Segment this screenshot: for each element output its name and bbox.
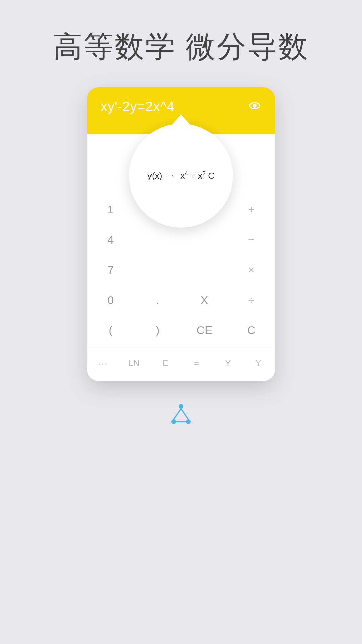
svg-line-7 xyxy=(181,409,188,419)
key-ce[interactable]: CE xyxy=(181,317,228,343)
key-x[interactable]: X xyxy=(181,286,228,313)
result-tooltip: y(x) → x4 + x2 C xyxy=(129,124,233,228)
key-plus[interactable]: + xyxy=(228,196,275,223)
svg-point-3 xyxy=(179,404,183,409)
key-9[interactable] xyxy=(181,256,228,283)
func-row: ··· LN E = Y Y' xyxy=(87,348,275,378)
key-open-paren[interactable]: ( xyxy=(87,317,134,343)
key-y[interactable]: Y xyxy=(212,350,243,377)
expression-display: xy'-2y=2x^4 xyxy=(101,99,261,114)
key-close-paren[interactable]: ) xyxy=(134,317,181,343)
key-c[interactable]: C xyxy=(228,317,275,343)
key-6[interactable] xyxy=(181,226,228,253)
tooltip-result-text: y(x) → x4 + x2 C xyxy=(147,169,215,182)
key-minus[interactable]: − xyxy=(228,226,275,253)
svg-line-6 xyxy=(174,409,181,419)
key-divide[interactable]: ÷ xyxy=(228,286,275,313)
key-row-4: 0 . X ÷ xyxy=(87,285,275,315)
page-title: 高等数学 微分导数 xyxy=(53,27,309,67)
key-0[interactable]: 0 xyxy=(87,286,134,313)
key-row-5: ( ) CE C xyxy=(87,315,275,345)
key-1[interactable]: 1 xyxy=(87,196,134,223)
key-equals[interactable]: = xyxy=(181,350,212,377)
key-7[interactable]: 7 xyxy=(87,256,134,283)
display-area: xy'-2y=2x^4 y(x) → x4 + x2 C xyxy=(87,87,275,134)
bottom-icon-area xyxy=(168,401,194,430)
key-e[interactable]: E xyxy=(150,350,181,377)
tree-network-icon xyxy=(168,401,194,430)
key-dot[interactable]: . xyxy=(134,286,181,313)
key-ln[interactable]: LN xyxy=(118,350,149,377)
key-4[interactable]: 4 xyxy=(87,226,134,253)
key-row-2: 4 − xyxy=(87,224,275,255)
calculator-card: xy'-2y=2x^4 y(x) → x4 + x2 C 1 2 3 + 4 xyxy=(87,87,275,381)
key-multiply[interactable]: × xyxy=(228,256,275,283)
svg-point-2 xyxy=(254,105,255,106)
key-5[interactable] xyxy=(134,226,181,253)
key-y-prime[interactable]: Y' xyxy=(244,350,275,377)
key-row-3: 7 × xyxy=(87,255,275,285)
key-8[interactable] xyxy=(134,256,181,283)
eye-button[interactable] xyxy=(248,99,261,112)
key-more[interactable]: ··· xyxy=(87,350,118,377)
